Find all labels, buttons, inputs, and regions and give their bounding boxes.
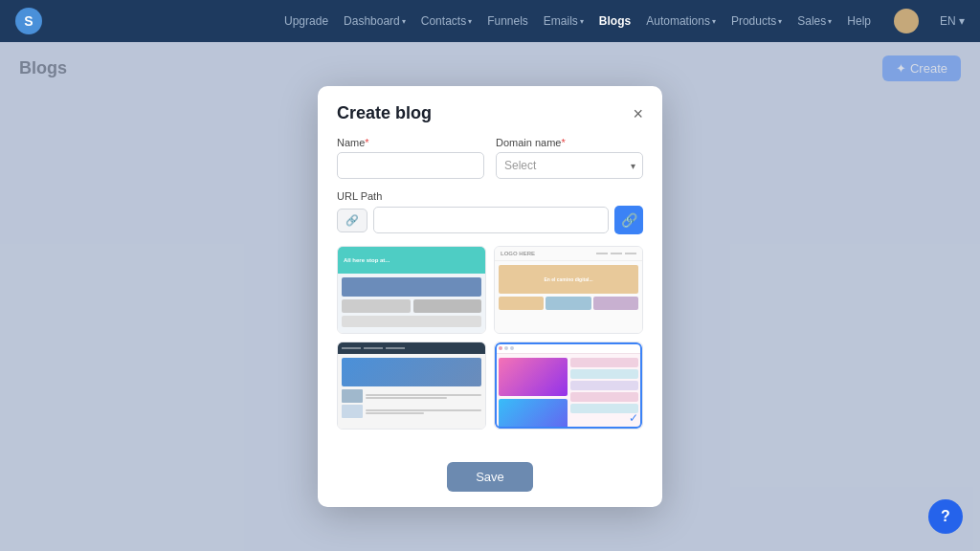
nav-products[interactable]: Products ▾ [731,14,782,28]
name-label: Name* [337,137,484,148]
template-preview-3 [338,342,485,429]
modal-footer: Save [318,452,662,507]
nav-upgrade[interactable]: Upgrade [284,14,328,28]
template-card-4[interactable]: ✓ [494,342,643,430]
name-domain-row: Name* Domain name* Select ▾ [337,137,643,179]
chevron-down-icon: ▾ [828,17,832,26]
url-path-section: URL Path 🔗 🔗 [337,190,643,234]
nav-emails[interactable]: Emails ▾ [544,14,584,28]
domain-field-group: Domain name* Select ▾ [496,137,643,179]
nav-links: Upgrade Dashboard ▾ Contacts ▾ Funnels E… [284,9,965,33]
url-path-input[interactable] [373,207,609,233]
template-preview-4 [495,342,642,429]
name-input[interactable] [337,152,484,179]
language-selector[interactable]: EN ▾ [940,14,965,28]
url-path-row: 🔗 🔗 [337,206,643,234]
url-path-prefix: 🔗 [337,209,368,232]
nav-blogs[interactable]: Blogs [599,14,631,28]
page-background: Blogs ✦ Create Create blog × Name* [0,42,980,551]
modal-title: Create blog [337,103,432,123]
nav-help[interactable]: Help [847,14,871,28]
chevron-down-icon: ▾ [468,17,472,26]
nav-dashboard[interactable]: Dashboard ▾ [344,14,406,28]
domain-select-wrapper: Select ▾ [496,152,643,179]
app-logo: S [15,8,42,34]
nav-sales[interactable]: Sales ▾ [797,14,832,28]
link-icon: 🔗 [345,214,359,226]
template-preview-2: LOGO HERE En el camino digital... [495,247,642,333]
template-preview-1: All here stop at... [338,247,485,333]
url-path-label: URL Path [337,190,643,202]
template-card-3[interactable] [337,342,486,430]
modal-close-button[interactable]: × [633,105,643,122]
nav-automations[interactable]: Automations ▾ [646,14,716,28]
avatar[interactable] [894,9,919,33]
modal-header: Create blog × [318,86,662,133]
chevron-down-icon: ▾ [712,17,716,26]
chevron-down-icon: ▾ [402,17,406,26]
navbar: S Upgrade Dashboard ▾ Contacts ▾ Funnels… [0,0,980,42]
url-path-copy-button[interactable]: 🔗 [614,206,643,234]
selected-checkmark-icon: ✓ [629,411,638,425]
link-copy-icon: 🔗 [621,212,637,228]
template-card-2[interactable]: LOGO HERE En el camino digital... [494,246,643,334]
domain-select[interactable]: Select [496,152,643,179]
help-button[interactable]: ? [928,499,963,534]
nav-contacts[interactable]: Contacts ▾ [421,14,472,28]
name-field-group: Name* [337,137,484,179]
template-grid: All here stop at... LOGO [337,246,643,430]
modal-body: Name* Domain name* Select ▾ [318,133,662,452]
chevron-down-icon: ▾ [580,17,584,26]
create-blog-modal: Create blog × Name* Domain name* [318,86,662,507]
domain-label: Domain name* [496,137,643,148]
save-button[interactable]: Save [447,462,533,492]
template-card-1[interactable]: All here stop at... [337,246,486,334]
nav-funnels[interactable]: Funnels [487,14,528,28]
chevron-down-icon: ▾ [778,17,782,26]
